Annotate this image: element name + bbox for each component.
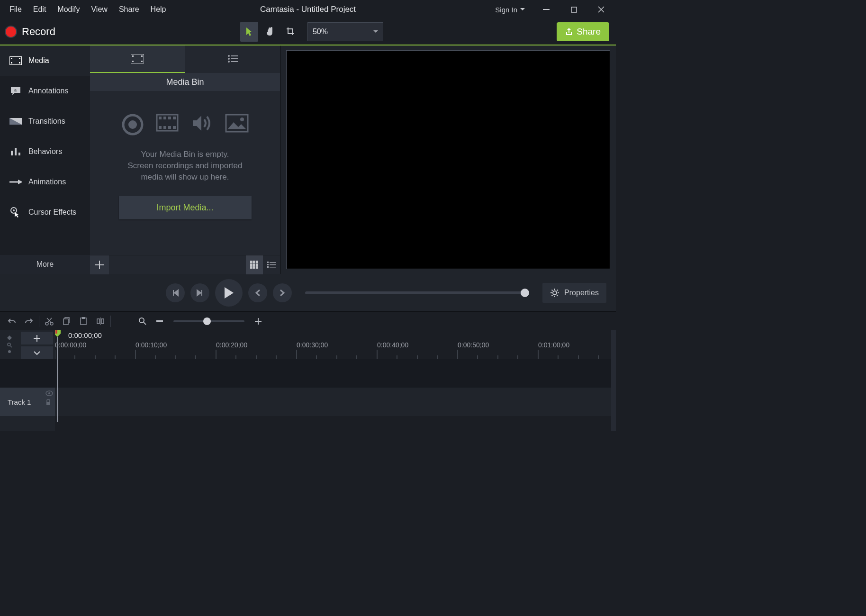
tick-label: 0:01:00;00: [538, 341, 569, 349]
chevron-right-icon: [280, 289, 285, 297]
playhead[interactable]: [55, 330, 62, 337]
svg-rect-50: [267, 266, 269, 268]
select-tool[interactable]: [240, 22, 258, 42]
paste-button[interactable]: [76, 314, 90, 328]
undo-button[interactable]: [5, 314, 19, 328]
track-expand-button[interactable]: [21, 346, 53, 359]
playhead-line: [57, 337, 58, 422]
sidebar-item-annotations[interactable]: a Annotations: [0, 76, 90, 106]
behaviors-icon: [9, 147, 22, 156]
lock-icon[interactable]: [45, 399, 51, 406]
undo-icon: [8, 317, 16, 325]
track-header[interactable]: Track 1: [0, 388, 55, 416]
panel-tab-library[interactable]: [185, 45, 280, 73]
zoom-in-button[interactable]: [251, 314, 265, 328]
svg-rect-8: [11, 151, 13, 155]
share-button[interactable]: Share: [557, 22, 609, 41]
menu-edit[interactable]: Edit: [27, 3, 52, 16]
panel-tab-media[interactable]: [90, 45, 185, 73]
share-icon: [565, 27, 573, 36]
svg-rect-37: [250, 261, 253, 263]
grid-icon: [250, 261, 259, 269]
chevron-down-icon: [520, 8, 525, 11]
svg-rect-39: [256, 261, 258, 263]
list-view-button[interactable]: [263, 255, 280, 274]
timeline-track-headers: Track 1: [0, 330, 55, 431]
menu-help[interactable]: Help: [145, 3, 172, 16]
sidebar-item-behaviors[interactable]: Behaviors: [0, 136, 90, 167]
track-lane[interactable]: [55, 388, 616, 416]
minimize-button[interactable]: [535, 0, 557, 19]
eye-icon[interactable]: [45, 390, 53, 396]
svg-point-63: [8, 350, 11, 353]
sidebar-item-animations[interactable]: Animations: [0, 167, 90, 197]
prev-clip-button[interactable]: [248, 283, 267, 302]
record-button[interactable]: Record: [5, 26, 55, 38]
redo-button[interactable]: [22, 314, 36, 328]
play-button[interactable]: [215, 279, 243, 307]
add-media-button[interactable]: [90, 255, 109, 274]
menu-share[interactable]: Share: [113, 3, 145, 16]
tick-row: 0:00:00;00 0:00:10;00 0:00:20;00 0:00:30…: [55, 339, 616, 359]
menu-file[interactable]: File: [4, 3, 27, 16]
canvas[interactable]: [286, 50, 610, 269]
panel-title: Media Bin: [90, 73, 280, 91]
maximize-button[interactable]: [563, 0, 585, 19]
sidebar-item-transitions[interactable]: Transitions: [0, 106, 90, 136]
copy-icon: [63, 317, 70, 326]
next-frame-button[interactable]: [190, 283, 209, 302]
split-button[interactable]: [93, 314, 108, 328]
playback-slider[interactable]: [305, 291, 529, 294]
zoom-out-button[interactable]: [153, 314, 167, 328]
sidebar-item-media[interactable]: Media: [0, 45, 90, 76]
playhead-time: 0:00:00;00: [68, 331, 102, 339]
search-small-icon: [7, 342, 12, 348]
properties-button[interactable]: Properties: [542, 283, 606, 303]
animations-icon: [9, 177, 22, 187]
svg-rect-42: [256, 263, 258, 266]
minimize-icon: [543, 9, 550, 10]
next-clip-button[interactable]: [273, 283, 292, 302]
playback-thumb[interactable]: [521, 289, 529, 297]
pan-tool[interactable]: [261, 22, 279, 42]
transitions-icon: [9, 117, 22, 126]
import-media-button[interactable]: Import Media...: [119, 196, 252, 219]
timeline-zoom-slider[interactable]: [173, 320, 244, 322]
timeline-scrollbar-vertical[interactable]: [611, 330, 616, 431]
filmstrip-icon: [131, 54, 144, 63]
menu-modify[interactable]: Modify: [52, 3, 85, 16]
prev-frame-button[interactable]: [166, 283, 185, 302]
crop-tool[interactable]: [282, 22, 300, 42]
marker-icon: [7, 335, 12, 340]
svg-point-12: [13, 209, 15, 211]
close-button[interactable]: [590, 0, 612, 19]
menu-view[interactable]: View: [85, 3, 113, 16]
svg-point-53: [45, 322, 48, 325]
timeline-ruler[interactable]: 0:00:00;00 0:00:00;00 0:00:10;00 0:00:20…: [55, 330, 616, 359]
cut-button[interactable]: [42, 314, 56, 328]
timeline-zoom-thumb[interactable]: [203, 317, 211, 325]
cursor-icon: [245, 27, 253, 37]
tick-label: 0:00:20;00: [216, 341, 247, 349]
svg-rect-23: [231, 61, 238, 62]
signin-button[interactable]: Sign In: [490, 3, 530, 16]
sidebar-item-cursor-effects[interactable]: Cursor Effects: [0, 197, 90, 227]
svg-rect-31: [159, 126, 162, 129]
menu-bar: File Edit Modify View Share Help Camtasi…: [0, 0, 616, 19]
svg-point-62: [8, 343, 10, 346]
add-track-button[interactable]: [21, 332, 53, 344]
zoom-dropdown[interactable]: 50%: [307, 22, 383, 41]
svg-rect-45: [256, 266, 258, 269]
sidebar-more-button[interactable]: More: [0, 255, 90, 274]
grid-view-button[interactable]: [246, 255, 263, 274]
svg-rect-17: [141, 61, 143, 62]
svg-rect-14: [132, 55, 134, 57]
copy-button[interactable]: [59, 314, 73, 328]
svg-rect-28: [163, 117, 166, 119]
playback-bar: Properties: [0, 274, 616, 312]
svg-rect-49: [270, 264, 276, 265]
zoom-value: 50%: [313, 27, 328, 36]
svg-point-60: [139, 318, 144, 323]
share-label: Share: [577, 27, 601, 37]
zoom-search-button[interactable]: [135, 314, 150, 328]
